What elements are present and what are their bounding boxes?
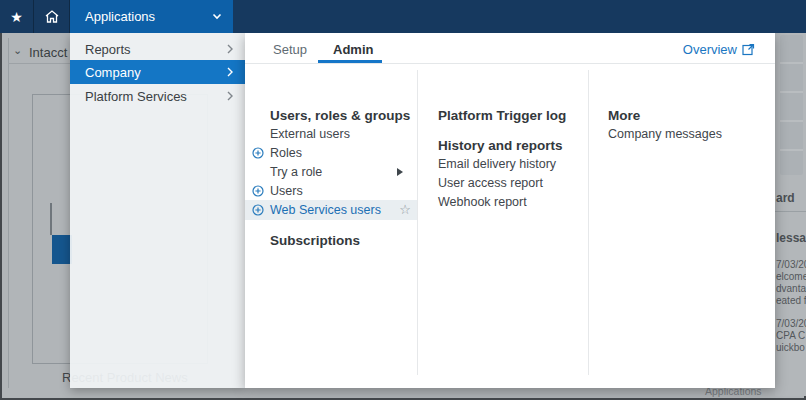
menu-item-roles[interactable]: Roles [245, 143, 417, 163]
chevron-down-icon: ⌄ [13, 44, 22, 57]
section-heading: Users, roles & groups [270, 108, 410, 123]
menu-item-webhook-report[interactable]: Webhook report [418, 192, 588, 212]
bg-fragment: lessag [776, 231, 806, 245]
bg-fragment: elcome [776, 271, 806, 282]
active-tab-underline [318, 60, 382, 63]
external-link-icon [742, 43, 755, 56]
bg-fragment: uickbo [776, 342, 805, 353]
applications-menu-button[interactable]: Applications [70, 0, 233, 33]
favorites-button[interactable]: ★ [0, 0, 33, 33]
app-window: ⌄ Intacct Recent Product News Applicatio… [0, 0, 806, 400]
menu-item-label: Reports [85, 42, 227, 57]
bg-chart-axis [50, 203, 52, 235]
plus-circle-icon[interactable] [252, 204, 264, 216]
menu-item-label: User access report [438, 176, 543, 190]
top-nav-bar: ★ Applications [0, 0, 806, 33]
bg-chart-bar [52, 235, 72, 264]
bg-fragment: CPA C [776, 330, 805, 341]
menu-item-label: Web Services users [270, 203, 381, 217]
home-icon [44, 9, 60, 24]
flyout-column-reports: Platform Trigger log History and reports… [418, 64, 588, 388]
menu-item-company-messages[interactable]: Company messages [589, 124, 775, 144]
applications-dropdown: Reports Company Platform Services [70, 33, 245, 388]
menu-item-web-services-users[interactable]: Web Services users ☆ [245, 200, 417, 220]
plus-circle-icon[interactable] [252, 185, 264, 197]
flyout-column-more: More Company messages [589, 64, 775, 388]
bg-fragment: 7/03/20 [776, 259, 806, 270]
applications-label: Applications [85, 9, 155, 24]
flyout-column-users: Users, roles & groups External users Rol… [245, 64, 417, 388]
bg-fragment-divider [775, 211, 806, 212]
menu-item-reports[interactable]: Reports [70, 38, 245, 60]
favorite-star-icon[interactable]: ☆ [399, 202, 411, 217]
chevron-down-icon [212, 13, 222, 20]
section-heading[interactable]: Platform Trigger log [438, 108, 566, 123]
bg-right-list [780, 35, 803, 175]
bg-fragment: eated f [776, 295, 806, 306]
bg-fragment: ard [776, 191, 795, 205]
bg-right-edge: ard lessag 7/03/20 elcome dvantag eated … [775, 33, 806, 396]
bg-panel-divider [8, 63, 70, 64]
menu-item-label: External users [270, 127, 350, 141]
menu-item-try-a-role[interactable]: Try a role [245, 162, 417, 182]
menu-item-platform-services[interactable]: Platform Services [70, 84, 245, 108]
section-heading: Subscriptions [270, 233, 360, 248]
home-button[interactable] [34, 0, 70, 33]
section-heading: More [608, 108, 640, 123]
chevron-right-icon [227, 67, 233, 77]
tab-setup[interactable]: Setup [273, 42, 307, 57]
menu-item-label: Users [270, 184, 303, 198]
tab-admin[interactable]: Admin [333, 42, 373, 57]
chevron-right-icon [227, 91, 233, 101]
overview-link[interactable]: Overview [683, 42, 755, 57]
section-heading: History and reports [438, 138, 563, 153]
menu-item-label: Email delivery history [438, 157, 556, 171]
star-icon: ★ [10, 9, 23, 25]
menu-item-company[interactable]: Company [70, 60, 245, 84]
plus-circle-icon[interactable] [252, 147, 264, 159]
menu-item-label: Try a role [270, 165, 322, 179]
menu-item-user-access-report[interactable]: User access report [418, 173, 588, 193]
menu-item-users[interactable]: Users [245, 181, 417, 201]
bg-panel-border [8, 38, 9, 388]
menu-item-label: Roles [270, 146, 302, 160]
chevron-right-icon [227, 44, 233, 54]
menu-item-external-users[interactable]: External users [245, 124, 417, 144]
bg-panel-title: Intacct [29, 45, 67, 60]
menu-item-email-delivery-history[interactable]: Email delivery history [418, 154, 588, 174]
flyout-tab-bar: Setup Admin Overview [245, 33, 775, 64]
overview-label: Overview [683, 42, 737, 57]
bg-fragment: 7/03/20 [776, 318, 806, 329]
submenu-arrow-icon [397, 168, 403, 176]
menu-item-label: Company [85, 65, 227, 80]
bg-fragment: dvantag [776, 283, 806, 294]
menu-item-label: Platform Services [85, 89, 227, 104]
company-flyout-panel: Setup Admin Overview Users, roles & grou… [245, 33, 775, 388]
menu-item-label: Webhook report [438, 195, 527, 209]
menu-item-label: Company messages [608, 127, 722, 141]
